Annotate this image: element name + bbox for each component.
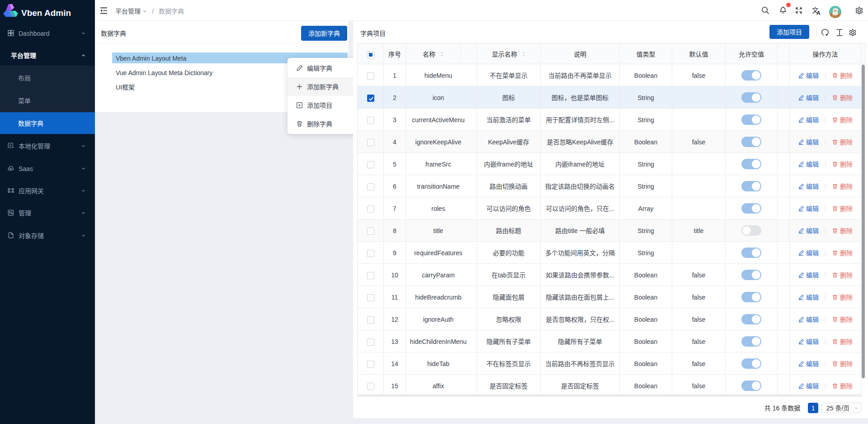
svg-text:A: A	[9, 143, 11, 148]
